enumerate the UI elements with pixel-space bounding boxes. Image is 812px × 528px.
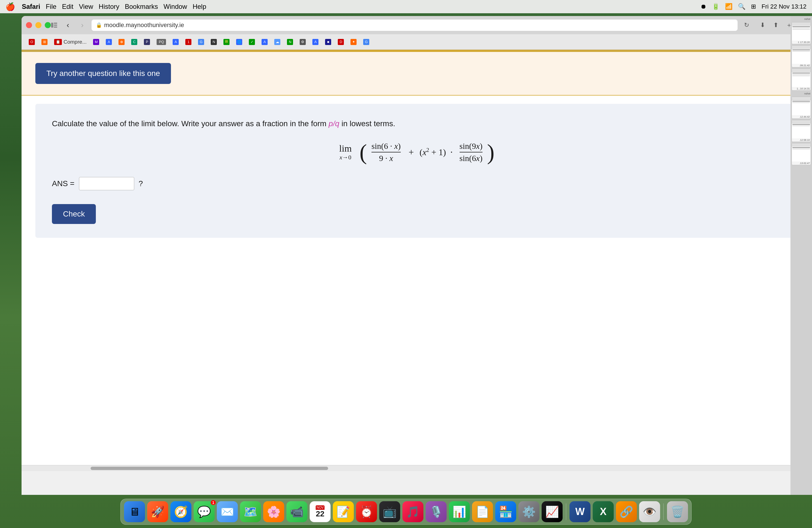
try-another-button[interactable]: Try another question like this one (35, 63, 171, 84)
dock-item-stocks[interactable]: 📈 (541, 501, 563, 522)
bookmark-a1[interactable]: A (103, 38, 115, 46)
bookmark-a4[interactable]: A (309, 38, 321, 46)
screenshot-4[interactable]: .12.44.42 (792, 97, 811, 119)
dock-item-link[interactable]: 🔗 (616, 501, 637, 522)
dock-item-safari[interactable]: 🧭 (170, 501, 191, 522)
bookmark-a2[interactable]: A (170, 38, 182, 46)
dock-item-reminders[interactable]: ⏰ (356, 501, 377, 522)
fullscreen-button[interactable] (45, 22, 51, 28)
notes-icon: 📝 (336, 505, 350, 518)
menu-file[interactable]: File (46, 3, 57, 11)
screenshot-6[interactable]: .13.02.47 (792, 143, 811, 165)
back-button[interactable]: ‹ (62, 19, 73, 31)
scrollbar-thumb[interactable] (91, 467, 328, 470)
close-button[interactable] (26, 22, 32, 28)
bookmark-g[interactable]: G (195, 38, 207, 46)
dock-item-finder[interactable]: 🖥 (124, 501, 145, 522)
bookmark-1[interactable]: 1 (183, 38, 194, 46)
dock-item-appstore[interactable]: 🏪 (495, 501, 516, 522)
trash-icon: 🗑️ (671, 505, 684, 518)
menu-history[interactable]: History (99, 3, 119, 11)
bookmark-globe[interactable]: 🌐 (233, 38, 245, 46)
controlcenter-icon[interactable]: ⊞ (751, 3, 756, 10)
bookmark-favicon-cloud: ☁ (274, 39, 280, 45)
menu-safari[interactable]: Safari (22, 3, 40, 11)
bookmark-n[interactable]: N (208, 38, 220, 46)
ss-line (793, 73, 810, 73)
dock-item-word[interactable]: W (569, 501, 591, 522)
share-button[interactable]: ⬆ (771, 20, 781, 30)
right-sidebar-screenshots: nshot t: 17.33.20 .09.21.42 1...10.14.31… (791, 16, 812, 495)
bookmark-orange[interactable]: ⊕ (116, 38, 127, 46)
screenshot-5[interactable]: .12.58.10 (792, 120, 811, 142)
bookmark-g2[interactable]: G (360, 38, 372, 46)
bookmark-d[interactable]: D (335, 38, 347, 46)
bookmark-ms[interactable]: M (90, 38, 102, 46)
dock-item-mail[interactable]: ✉️ (217, 501, 238, 522)
horizontal-scrollbar[interactable] (21, 465, 812, 471)
question-section: Calculate the value of the limit below. … (35, 104, 798, 238)
bookmark-clover[interactable]: 🍀 (221, 38, 232, 46)
dock-item-launchpad[interactable]: 🚀 (147, 501, 168, 522)
bookmark-compre[interactable]: 📋 Compre... (52, 38, 89, 46)
dock-item-numbers[interactable]: 📊 (449, 501, 470, 522)
dock-item-maps[interactable]: 🗺️ (240, 501, 261, 522)
menu-bookmarks[interactable]: Bookmarks (125, 3, 158, 11)
system-clock: Fri 22 Nov 13:12 (762, 3, 807, 10)
dock-item-trash[interactable]: 🗑️ (667, 501, 688, 522)
dock-item-photos[interactable]: 🌸 (263, 501, 284, 522)
dock-item-podcasts[interactable]: 🎙️ (425, 501, 447, 522)
menu-edit[interactable]: Edit (62, 3, 73, 11)
screenshot-1[interactable]: t: 17.33.20 (792, 22, 811, 44)
bookmark-pq[interactable]: PQ (154, 38, 169, 46)
ss-line (793, 74, 810, 75)
bookmark-favicon-apps: ⊞ (41, 39, 47, 45)
dock-item-settings[interactable]: ⚙️ (518, 501, 539, 522)
podcasts-icon: 🎙️ (429, 505, 443, 518)
bookmark-star[interactable]: ✦ (348, 38, 359, 46)
dock-item-messages[interactable]: 💬 1 (193, 501, 215, 522)
screenshot-2[interactable]: .09.21.42 (792, 45, 811, 68)
bookmark-cloud[interactable]: ☁ (272, 38, 283, 46)
dock-item-preview[interactable]: 👁️ (639, 501, 660, 522)
menu-view[interactable]: View (79, 3, 93, 11)
bookmark-square[interactable]: ■ (322, 38, 334, 46)
second-numerator: sin(9x) (460, 142, 482, 152)
ans-input[interactable] (79, 177, 134, 190)
dock-item-music[interactable]: 🎵 (402, 501, 423, 522)
calendar-month: NOV (316, 505, 324, 510)
bookmark-favicon-c: C (131, 39, 137, 45)
dock-item-appletv[interactable]: 📺 (379, 501, 400, 522)
forward-button[interactable]: › (77, 19, 88, 31)
maps-icon: 🗺️ (244, 505, 257, 518)
address-bar[interactable]: 🔒 moodle.maynoothuniversity.ie (91, 19, 738, 31)
bookmark-p[interactable]: P (141, 38, 153, 46)
minimize-button[interactable] (35, 22, 41, 28)
reload-button[interactable]: ↻ (741, 20, 752, 30)
calendar-date: 22 (316, 510, 324, 518)
menu-help[interactable]: Help (192, 3, 206, 11)
dock-item-notes[interactable]: 📝 (333, 501, 354, 522)
left-paren: ( (360, 140, 367, 164)
ss-timestamp-1: t: 17.33.20 (792, 41, 811, 44)
bookmark-apps[interactable]: ⊞ (39, 38, 50, 46)
second-denominator: sin(6x) (460, 152, 482, 163)
screenshot-3[interactable]: 1...10.14.31 (792, 69, 811, 91)
bookmark-office[interactable]: O (26, 38, 38, 46)
bookmark-a3[interactable]: A (259, 38, 271, 46)
wifi-icon: 📶 (725, 3, 733, 10)
dock-item-pages[interactable]: 📄 (472, 501, 493, 522)
download-button[interactable]: ⬇ (757, 20, 768, 30)
bookmark-c[interactable]: C (128, 38, 140, 46)
bookmark-gear[interactable]: ⚙ (297, 38, 308, 46)
menu-window[interactable]: Window (163, 3, 187, 11)
dock-item-facetime[interactable]: 📹 (286, 501, 307, 522)
check-button[interactable]: Check (52, 204, 96, 224)
bookmark-n2[interactable]: N (284, 38, 296, 46)
search-icon[interactable]: 🔍 (738, 3, 745, 10)
bookmark-check[interactable]: ✓ (246, 38, 258, 46)
dock-item-excel[interactable]: X (593, 501, 614, 522)
dock-item-calendar[interactable]: NOV 22 (309, 501, 331, 522)
plus-sign: + (408, 147, 414, 157)
apple-menu-icon[interactable]: 🍎 (5, 2, 15, 11)
